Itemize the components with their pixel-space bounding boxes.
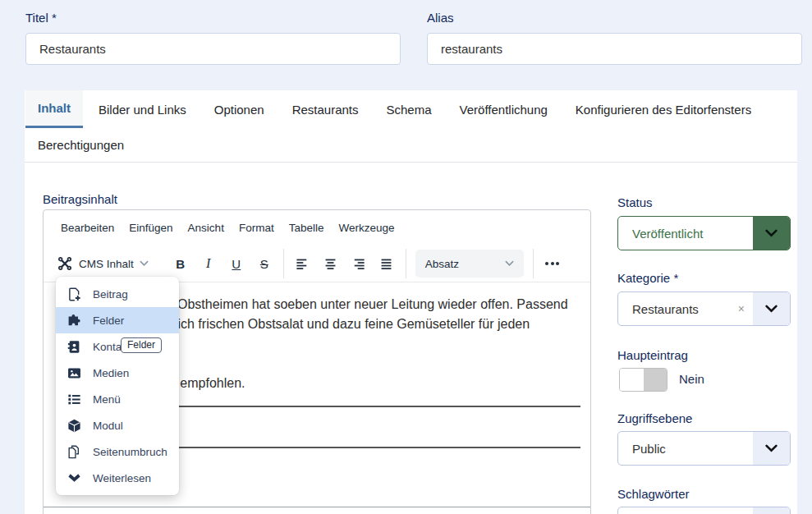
article-plus-icon bbox=[67, 287, 82, 302]
tab-inhalt[interactable]: Inhalt bbox=[25, 90, 83, 128]
tab-bar: Inhalt Bilder und Links Optionen Restaur… bbox=[25, 90, 764, 128]
status-value: Veröffentlicht bbox=[618, 217, 753, 250]
menu-item-seitenumbruch[interactable]: Seitenumbruch bbox=[56, 438, 179, 465]
menu-item-label: Menü bbox=[93, 393, 121, 406]
tabs-divider bbox=[25, 162, 797, 163]
featured-toggle[interactable] bbox=[619, 368, 667, 392]
paragraph-format-value: Absatz bbox=[425, 258, 459, 270]
align-justify-icon bbox=[378, 256, 394, 272]
tags-value bbox=[618, 507, 753, 514]
alias-input[interactable] bbox=[427, 33, 802, 65]
toggle-off-half bbox=[644, 369, 667, 391]
category-value: Restaurants bbox=[618, 292, 738, 325]
read-more-icon bbox=[67, 470, 82, 486]
align-justify-button[interactable] bbox=[373, 250, 401, 278]
menu-format[interactable]: Format bbox=[232, 218, 282, 238]
title-input[interactable] bbox=[25, 33, 401, 65]
felder-tooltip: Felder bbox=[121, 337, 162, 353]
tab-bar-row2: Berechtigungen bbox=[25, 128, 136, 162]
menu-tabelle[interactable]: Tabelle bbox=[282, 218, 332, 238]
menu-bearbeiten[interactable]: Bearbeiten bbox=[53, 218, 122, 238]
tags-label: Schlagwörter bbox=[617, 487, 690, 501]
menu-item-modul[interactable]: Modul bbox=[56, 412, 179, 438]
menu-item-medien[interactable]: Medien bbox=[56, 360, 179, 386]
toolbar-separator bbox=[533, 249, 534, 278]
image-icon bbox=[67, 365, 82, 381]
access-label: Zugriffsebene bbox=[617, 411, 692, 425]
article-content-label: Beitragsinhalt bbox=[43, 192, 117, 206]
toggle-on-half bbox=[620, 369, 644, 391]
address-book-icon bbox=[67, 339, 82, 355]
remove-category-icon[interactable]: × bbox=[738, 302, 745, 315]
menu-ansicht[interactable]: Ansicht bbox=[181, 218, 232, 238]
joomla-logo-icon bbox=[57, 255, 73, 272]
menu-item-label: Seitenumbruch bbox=[93, 446, 167, 458]
tab-bilder-und-links[interactable]: Bilder und Links bbox=[86, 90, 199, 128]
tab-berechtigungen[interactable]: Berechtigungen bbox=[25, 128, 136, 162]
menu-item-label: Medien bbox=[93, 367, 129, 379]
underline-button[interactable]: U bbox=[222, 250, 250, 278]
content-text-line: d empfohlen. bbox=[169, 376, 245, 391]
chevron-down-icon bbox=[505, 260, 514, 267]
status-select-toggle[interactable] bbox=[753, 217, 790, 250]
cms-content-label: CMS Inhalt bbox=[79, 258, 134, 270]
align-left-icon bbox=[295, 256, 310, 272]
category-select[interactable]: Restaurants × bbox=[617, 291, 791, 326]
menu-item-weiterlesen[interactable]: Weiterlesen bbox=[56, 465, 179, 491]
cms-content-button[interactable]: CMS Inhalt bbox=[50, 250, 155, 278]
tab-optionen[interactable]: Optionen bbox=[202, 90, 277, 128]
paragraph-format-select[interactable]: Absatz bbox=[415, 250, 524, 278]
status-label: Status bbox=[617, 195, 653, 209]
menu-item-beitrag[interactable]: Beitrag bbox=[56, 281, 179, 307]
bold-button[interactable]: B bbox=[167, 250, 195, 278]
strikethrough-button[interactable]: S bbox=[250, 250, 278, 278]
title-field-label: Titel * bbox=[25, 11, 57, 25]
tab-editor-konfiguration[interactable]: Konfigurieren des Editorfensters bbox=[563, 90, 764, 128]
menu-item-label: Weiterlesen bbox=[93, 472, 151, 484]
menu-item-label: Modul bbox=[93, 420, 123, 432]
tab-veroeffentlichung[interactable]: Veröffentlichung bbox=[447, 90, 560, 128]
chevron-down-icon bbox=[765, 305, 778, 313]
article-edit-page: { "header": { "title_field": { "label": … bbox=[0, 0, 812, 514]
align-center-icon bbox=[323, 256, 338, 272]
menu-item-menue[interactable]: Menü bbox=[56, 386, 179, 412]
menu-werkzeuge[interactable]: Werkzeuge bbox=[331, 218, 401, 238]
tab-schema[interactable]: Schema bbox=[374, 90, 444, 128]
chevron-down-icon bbox=[765, 444, 778, 452]
italic-button[interactable]: I bbox=[195, 250, 222, 278]
align-center-button[interactable] bbox=[317, 250, 345, 278]
featured-value: Nein bbox=[679, 372, 704, 386]
tags-input[interactable] bbox=[617, 507, 791, 514]
category-label: Kategorie * bbox=[617, 271, 678, 285]
puzzle-icon bbox=[67, 313, 82, 328]
chevron-down-icon bbox=[765, 229, 778, 237]
menu-item-felder[interactable]: Felder bbox=[56, 307, 179, 333]
tags-select-toggle[interactable] bbox=[753, 507, 790, 514]
menu-item-label: Felder bbox=[93, 314, 124, 327]
align-left-button[interactable] bbox=[289, 250, 317, 278]
alias-field-label: Alias bbox=[427, 11, 454, 25]
menu-item-label: Beitrag bbox=[93, 288, 128, 301]
toolbar-more-button[interactable] bbox=[539, 250, 567, 278]
status-select[interactable]: Veröffentlicht bbox=[617, 216, 791, 250]
align-right-button[interactable] bbox=[345, 250, 373, 278]
content-text-line: Obstheimen hat soeben unter neuer Leitun… bbox=[177, 297, 568, 312]
chevron-down-icon bbox=[140, 260, 149, 267]
access-select[interactable]: Public bbox=[617, 431, 791, 466]
featured-label: Haupteintrag bbox=[617, 348, 688, 362]
category-select-toggle[interactable] bbox=[753, 292, 790, 325]
access-value: Public bbox=[618, 432, 753, 465]
editor-statusbar-divider bbox=[44, 507, 590, 507]
editor-menubar: Bearbeiten Einfügen Ansicht Format Tabel… bbox=[44, 210, 590, 246]
richtext-editor: Bearbeiten Einfügen Ansicht Format Tabel… bbox=[43, 209, 591, 514]
access-select-toggle[interactable] bbox=[753, 432, 790, 465]
menu-einfuegen[interactable]: Einfügen bbox=[122, 218, 180, 238]
content-text-line: glich frischen Obstsalat und dazu feine … bbox=[167, 317, 530, 332]
cube-icon bbox=[67, 418, 82, 434]
tab-restaurants[interactable]: Restaurants bbox=[280, 90, 371, 128]
cms-content-dropdown: Beitrag Felder Kontakt Medien bbox=[56, 277, 179, 495]
align-right-icon bbox=[351, 256, 366, 272]
more-dots-icon bbox=[545, 262, 548, 265]
toolbar-separator bbox=[283, 249, 284, 278]
list-icon bbox=[67, 392, 82, 407]
